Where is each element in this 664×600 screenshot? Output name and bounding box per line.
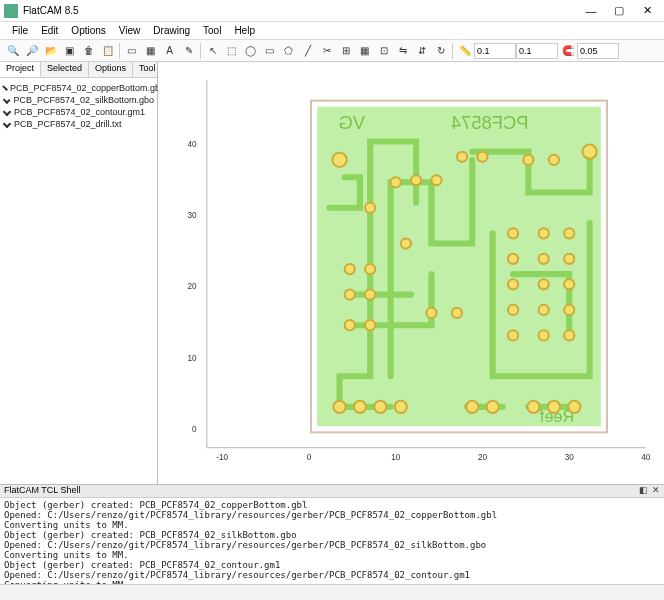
shell-close-icon[interactable]: ✕ <box>652 485 660 497</box>
svg-point-12 <box>568 401 580 413</box>
menu-options[interactable]: Options <box>65 24 111 37</box>
svg-point-43 <box>345 264 355 274</box>
threshold-input[interactable] <box>577 43 619 59</box>
zoom-out-icon[interactable]: 🔎 <box>22 41 41 60</box>
svg-point-23 <box>401 238 411 248</box>
menu-view[interactable]: View <box>113 24 147 37</box>
tab-project[interactable]: Project <box>0 62 41 77</box>
array-icon[interactable]: ⊡ <box>374 41 393 60</box>
svg-point-5 <box>354 401 366 413</box>
svg-point-42 <box>365 289 375 299</box>
x-tick: 40 <box>641 453 651 462</box>
menu-file[interactable]: File <box>6 24 34 37</box>
text-icon[interactable]: A <box>160 41 179 60</box>
svg-point-18 <box>457 152 467 162</box>
svg-point-46 <box>452 308 462 318</box>
canvas-area[interactable]: 0 10 20 30 40 -10 0 10 20 30 40 VG PCF85… <box>158 62 664 484</box>
circle-icon[interactable]: ◯ <box>241 41 260 60</box>
cut-icon[interactable]: ✂ <box>317 41 336 60</box>
titlebar: FlatCAM 8.5 — ▢ ✕ <box>0 0 664 22</box>
svg-point-25 <box>539 228 549 238</box>
window-title: FlatCAM 8.5 <box>23 5 79 16</box>
new-layer-icon[interactable]: ▦ <box>141 41 160 60</box>
pointer-icon[interactable]: ↖ <box>203 41 222 60</box>
flip-v-icon[interactable]: ⇵ <box>412 41 431 60</box>
check-icon <box>2 85 8 91</box>
delete-icon[interactable]: 🗑 <box>79 41 98 60</box>
svg-point-9 <box>487 401 499 413</box>
app-icon <box>4 4 18 18</box>
line-icon[interactable]: ╱ <box>298 41 317 60</box>
project-tree: PCB_PCF8574_02_copperBottom.gbl PCB_PCF8… <box>0 78 157 134</box>
tree-item-silk[interactable]: PCB_PCF8574_02_silkBottom.gbo <box>3 94 154 106</box>
new-doc-icon[interactable]: ▭ <box>122 41 141 60</box>
svg-point-24 <box>508 228 518 238</box>
svg-point-13 <box>332 153 346 167</box>
svg-point-15 <box>391 177 401 187</box>
tree-item-contour[interactable]: PCB_PCF8574_02_contour.gm1 <box>3 106 154 118</box>
copy-icon[interactable]: 📋 <box>98 41 117 60</box>
shell-undock-icon[interactable]: ◧ <box>639 485 648 497</box>
x-tick: 0 <box>307 453 312 462</box>
svg-point-19 <box>477 152 487 162</box>
svg-point-28 <box>539 254 549 264</box>
x-tick: 30 <box>565 453 575 462</box>
snap-x-input[interactable] <box>474 43 516 59</box>
svg-point-16 <box>411 175 421 185</box>
svg-point-41 <box>345 289 355 299</box>
svg-point-21 <box>549 155 559 165</box>
svg-point-17 <box>431 175 441 185</box>
open-icon[interactable]: 📂 <box>41 41 60 60</box>
silk-text: VG <box>339 112 366 133</box>
check-icon <box>3 96 11 104</box>
menu-edit[interactable]: Edit <box>35 24 64 37</box>
polygon-icon[interactable]: ⬠ <box>279 41 298 60</box>
tab-selected[interactable]: Selected <box>41 62 89 77</box>
svg-point-37 <box>539 330 549 340</box>
y-tick: 20 <box>188 282 198 291</box>
svg-point-8 <box>466 401 478 413</box>
select-icon[interactable]: ⬚ <box>222 41 241 60</box>
minimize-button[interactable]: — <box>578 3 604 19</box>
tcl-shell[interactable]: Object (gerber) created: PCB_PCF8574_02_… <box>0 498 664 584</box>
toolbar: 🔍 🔎 📂 ▣ 🗑 📋 ▭ ▦ A ✎ ↖ ⬚ ◯ ▭ ⬠ ╱ ✂ ⊞ ▦ ⊡ … <box>0 40 664 62</box>
check-icon <box>3 120 11 128</box>
layer-icon[interactable]: ▣ <box>60 41 79 60</box>
tree-item-copper[interactable]: PCB_PCF8574_02_copperBottom.gbl <box>3 82 154 94</box>
svg-point-4 <box>333 401 345 413</box>
close-button[interactable]: ✕ <box>634 3 660 19</box>
svg-point-11 <box>548 401 560 413</box>
svg-point-45 <box>426 308 436 318</box>
menu-tool[interactable]: Tool <box>197 24 227 37</box>
rotate-icon[interactable]: ↻ <box>431 41 450 60</box>
svg-point-10 <box>527 401 539 413</box>
svg-point-33 <box>508 305 518 315</box>
grid-icon[interactable]: ⊞ <box>336 41 355 60</box>
svg-point-6 <box>374 401 386 413</box>
magnet-icon[interactable]: 🧲 <box>558 41 577 60</box>
measure-icon[interactable]: 📏 <box>455 41 474 60</box>
svg-point-7 <box>395 401 407 413</box>
snap-icon[interactable]: ▦ <box>355 41 374 60</box>
menu-help[interactable]: Help <box>228 24 261 37</box>
menu-drawing[interactable]: Drawing <box>147 24 196 37</box>
svg-point-31 <box>539 279 549 289</box>
flip-h-icon[interactable]: ⇋ <box>393 41 412 60</box>
svg-point-35 <box>564 305 574 315</box>
check-icon <box>3 108 11 116</box>
svg-point-20 <box>523 155 533 165</box>
note-icon[interactable]: ✎ <box>179 41 198 60</box>
tree-label: PCB_PCF8574_02_copperBottom.gbl <box>10 83 162 93</box>
y-tick: 40 <box>188 140 198 149</box>
tab-options[interactable]: Options <box>89 62 133 77</box>
svg-point-39 <box>345 320 355 330</box>
rect-icon[interactable]: ▭ <box>260 41 279 60</box>
svg-point-14 <box>582 145 596 159</box>
svg-point-27 <box>508 254 518 264</box>
x-tick: -10 <box>216 453 228 462</box>
tree-item-drill[interactable]: PCB_PCF8574_02_drill.txt <box>3 118 154 130</box>
snap-y-input[interactable] <box>516 43 558 59</box>
svg-point-40 <box>365 320 375 330</box>
maximize-button[interactable]: ▢ <box>606 3 632 19</box>
zoom-in-icon[interactable]: 🔍 <box>3 41 22 60</box>
